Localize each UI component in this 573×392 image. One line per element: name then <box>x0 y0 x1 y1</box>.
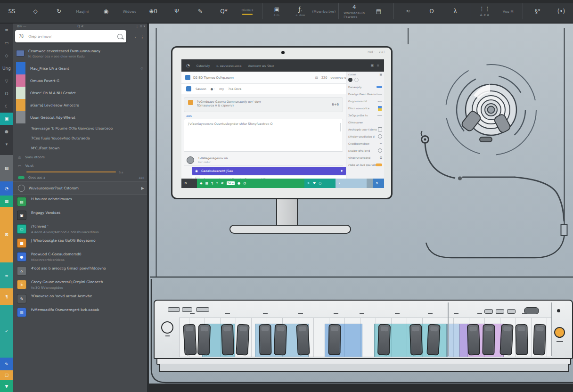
meter-icon[interactable]: ▤ <box>367 8 391 16</box>
taskbar-segment[interactable]: ∙ <box>336 179 367 188</box>
selected-row[interactable]: ◉ Gadabubearatrt J5au ♦ <box>192 167 346 175</box>
rail-tile[interactable]: ≈ <box>0 262 13 288</box>
titlebar-right-icon[interactable]: ≡ <box>377 64 379 67</box>
rail-tile[interactable]: ▢ <box>0 370 13 380</box>
titlebar-tab[interactable]: Cstoviuly <box>196 64 210 67</box>
mixer-small-button[interactable] <box>496 309 504 314</box>
sidebar-row[interactable]: /Tabq an bvd gsa vdew <box>348 161 382 168</box>
mixer-key[interactable] <box>467 324 480 356</box>
wave-icon[interactable]: ≈ <box>396 8 420 16</box>
rail-active-tile[interactable]: ▣ <box>0 113 13 125</box>
taskbar-icon[interactable]: ○ <box>319 181 321 185</box>
taskbar-segment[interactable] <box>367 179 373 188</box>
taskbar-icon[interactable]: ♥ <box>313 181 316 185</box>
mixer-small-button[interactable] <box>182 307 192 312</box>
zoom-icon[interactable]: ⊕0 <box>141 8 165 16</box>
runner-icon[interactable]: λ <box>443 8 467 16</box>
mixer-key[interactable] <box>197 324 211 356</box>
grid-icon[interactable]: ⋮⋮A e a <box>473 5 496 18</box>
tool-mowrbo[interactable]: (Mowrbo.tve) <box>312 8 336 15</box>
rail-tile[interactable]: ▨ <box>0 155 13 181</box>
sidebar-row[interactable]: 2aGgcprdba tu <box>348 112 382 119</box>
sidebar-row[interactable]: Deadge Gaen Gaano-'d <box>348 90 382 98</box>
taskbar-icon[interactable]: ↯ <box>376 181 378 185</box>
taskbar-icon[interactable]: ▦ <box>205 181 208 185</box>
result-list-item[interactable]: EGtcey Gauoe oovreraO,Gteyinl Gioeaecbfe… <box>13 278 149 292</box>
rail-icon[interactable]: ▾ <box>0 138 13 150</box>
taskbar-icon[interactable]: ↻ <box>184 181 187 185</box>
badge-row[interactable]: Geos aac a420 <box>13 174 149 182</box>
mixer-small-button[interactable] <box>507 309 516 314</box>
mini-result-row[interactable]: ◎Sveu otoors <box>13 153 149 162</box>
cursor-icon[interactable]: ◇ <box>24 8 47 16</box>
taskbar-segment[interactable]: ↻ <box>181 179 197 188</box>
browser-toolbar-item[interactable]: ▤ <box>315 76 318 80</box>
rail-icon[interactable]: ☾ <box>0 100 13 113</box>
sidebar-row[interactable]: Vingervt'wvodndΩ <box>348 154 382 161</box>
mixer-key[interactable] <box>183 324 196 355</box>
sidebar-toggle[interactable] <box>348 78 382 82</box>
sidebar-row[interactable]: Dfnabv-yovdlcdoo d <box>348 133 382 140</box>
result-list-item[interactable]: ▤H bounst oebrtcimvacs <box>13 195 149 208</box>
taskbar-icon[interactable]: Y <box>216 181 218 185</box>
sidebar-row[interactable]: Gugovmoerddaws <box>348 98 382 105</box>
taskbar-icon[interactable]: ∙ <box>338 181 340 185</box>
result-list-item[interactable]: ▥fvMemoadifo Oseuneregert bvb.oaoob <box>13 305 149 319</box>
rail-icon[interactable]: Ω <box>0 87 13 100</box>
pen-icon[interactable]: ✎ <box>188 8 212 16</box>
mixer-key[interactable] <box>515 324 528 355</box>
result-list-item[interactable]: ▣Engagy Vandoas <box>13 208 149 222</box>
mixer-key[interactable] <box>409 324 423 356</box>
taskbar-segment[interactable]: ↯ <box>373 179 384 188</box>
fx-icon[interactable]: ƒ.a. duw <box>288 6 312 17</box>
sidebar-row[interactable]: Duabw gfra-bv'd <box>348 147 382 154</box>
mixer-key[interactable] <box>274 324 287 356</box>
mixer-key[interactable] <box>377 324 391 356</box>
format-item[interactable]: ● · <box>211 87 215 90</box>
titlebar-tab[interactable]: Auctcovr ws 'Oscr <box>248 64 274 67</box>
plain-result-row[interactable]: Teavvaage 'b Poume OO& Gaivcovo Lfaorceo… <box>13 123 149 133</box>
rail-tile[interactable]: ▦ <box>0 196 13 207</box>
tool-voum[interactable]: Vou M <box>496 8 520 15</box>
format-item[interactable]: ?oa Dora <box>228 87 241 90</box>
swatch-result-row[interactable]: Omuoo Fovert-G <box>13 74 149 87</box>
query-icon[interactable]: Q* <box>212 8 236 16</box>
anchor-icon[interactable]: 4Wocodosulo I'swwos <box>342 3 367 20</box>
taskbar-icon[interactable]: ¶ <box>211 181 213 185</box>
taskbar-segment[interactable]: ✈♥○ <box>304 179 336 188</box>
screen-content-box[interactable]: j'vfaeniuyocosne Ouvntuslegnder shfur Sf… <box>184 119 343 152</box>
mixer-key[interactable] <box>296 324 310 355</box>
content-scrollbar[interactable] <box>340 123 341 131</box>
mixer-small-button[interactable] <box>168 307 180 312</box>
taskbar-segment[interactable]: ◆▦¶Y#54 w●◔ <box>197 179 304 188</box>
rail-icon[interactable]: Ung <box>0 62 13 74</box>
taskbar-icon[interactable]: ● <box>237 181 240 185</box>
rail-tile[interactable]: ▼ <box>0 380 13 392</box>
mixer-key[interactable] <box>236 324 249 355</box>
tool-bivous[interactable]: Bivous <box>236 7 259 16</box>
tool-widows[interactable]: Widows <box>118 8 141 15</box>
tool-maujini[interactable]: Maujini <box>71 8 94 15</box>
mixer-key[interactable] <box>499 324 513 355</box>
result-list-item[interactable]: ●Poowuod C-Goeaudomersd0Miocinrecrfdceri… <box>13 250 149 264</box>
plain-result-row[interactable]: 7Ceo fuuio Youoevhoo Dutu'aeda <box>13 133 149 143</box>
mixer-small-button[interactable] <box>484 309 493 314</box>
mixer-accent-button[interactable] <box>554 327 565 338</box>
swatch-result-row[interactable]: Uoun Gesscot Ady-Wferot <box>13 111 149 123</box>
format-item[interactable]: my <box>219 87 224 90</box>
screen-link[interactable]: aws <box>186 114 192 117</box>
mixer-key[interactable] <box>533 324 546 356</box>
rail-icon[interactable]: ▭ <box>0 36 13 49</box>
sidebar-row[interactable]: Gvodboomsbwe≈ <box>348 140 382 147</box>
rail-tile[interactable]: ✎ <box>0 358 13 370</box>
sidebar-row[interactable]: Gfmeuorwr <box>348 119 382 126</box>
search-side-icon[interactable]: ‹ <box>135 35 137 40</box>
progress-bar[interactable] <box>26 172 116 172</box>
titlebar-tab[interactable]: c. oeuvcovc.ucca <box>216 64 241 67</box>
result-list-item[interactable]: ▭/7cnived 'A aeon Aiveor/Ast'ood e ndesh… <box>13 222 149 236</box>
rail-icon[interactable]: ● <box>0 125 13 138</box>
taskbar-icon[interactable]: # <box>221 181 224 185</box>
swatch-result-row[interactable]: aGar'a] Levclesow Amoccro <box>13 99 149 111</box>
rail-tile[interactable]: ¶ <box>0 288 13 305</box>
sidebar-row[interactable]: Danaupdy <box>348 83 382 90</box>
